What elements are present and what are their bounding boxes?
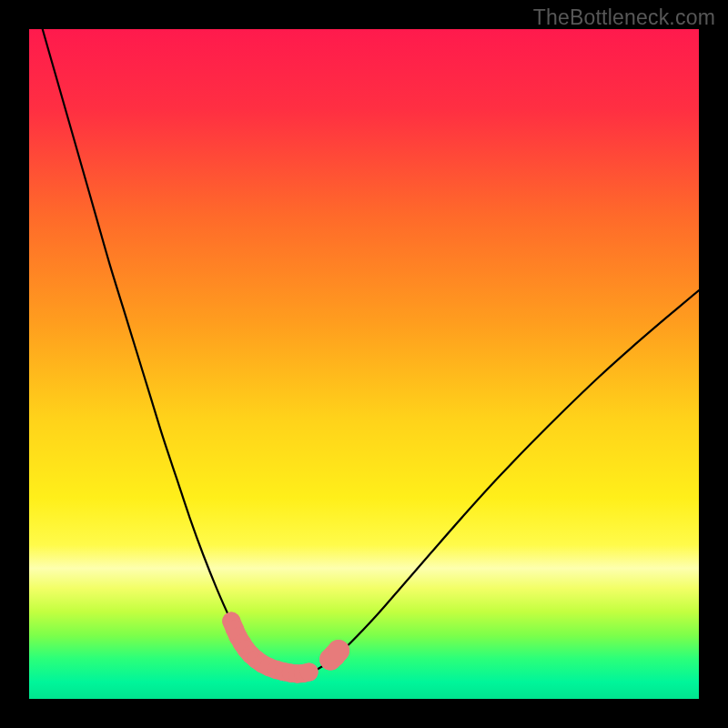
gradient-background [29, 29, 699, 699]
chart-container: TheBottleneck.com [0, 0, 728, 728]
watermark-text: TheBottleneck.com [533, 5, 715, 30]
svg-point-33 [328, 640, 349, 662]
svg-point-28 [300, 663, 318, 682]
plot-area [29, 29, 699, 699]
chart-svg [29, 29, 699, 699]
